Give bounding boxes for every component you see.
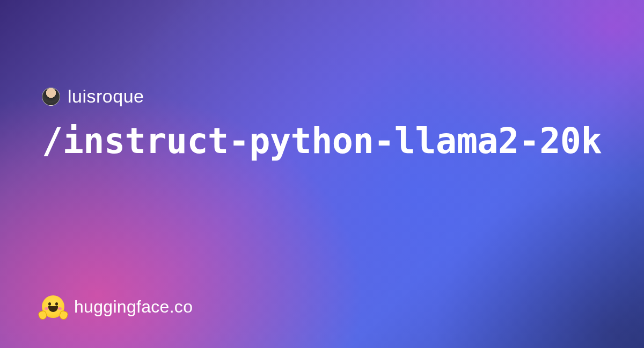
repo-path: /instruct-python-llama2-20k	[42, 122, 602, 161]
huggingface-logo-icon	[42, 295, 64, 318]
domain-label: huggingface.co	[74, 297, 193, 317]
username: luisroque	[68, 86, 144, 107]
avatar	[42, 88, 60, 106]
user-row: luisroque	[42, 86, 602, 107]
footer: huggingface.co	[42, 295, 193, 318]
